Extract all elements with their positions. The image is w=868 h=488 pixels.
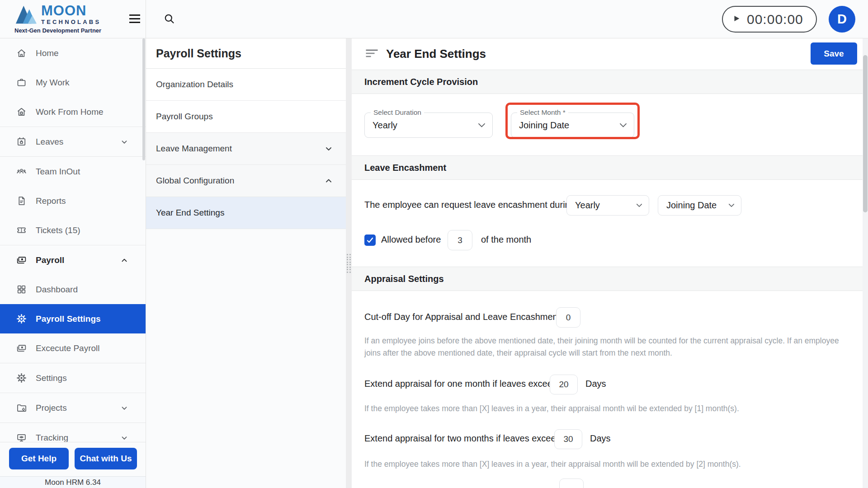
panel-item-global-configuration[interactable]: Global Configuration bbox=[146, 165, 346, 197]
logo-subtitle: TECHNOLABS bbox=[41, 19, 101, 25]
chevron-down-icon bbox=[119, 403, 129, 413]
extend-one-input[interactable] bbox=[550, 375, 578, 394]
sidebar-item-home[interactable]: Home bbox=[0, 38, 146, 68]
sidebar-item-tickets[interactable]: Tickets (15) bbox=[0, 216, 146, 245]
cutoff-help-text: If an employee joins before the above me… bbox=[364, 335, 850, 359]
cutoff-day-input[interactable] bbox=[556, 307, 580, 328]
encashment-request-label: The employee can request leave encashmen… bbox=[364, 200, 575, 210]
panel-resizer bbox=[346, 38, 352, 488]
sidebar-item-payroll[interactable]: Payroll bbox=[0, 245, 146, 275]
sidebar-item-label: Excecute Payroll bbox=[36, 343, 100, 353]
panel-item-label: Payroll Groups bbox=[156, 112, 213, 122]
partial-input[interactable] bbox=[559, 479, 584, 488]
ticket-icon bbox=[15, 225, 27, 236]
chevron-up-icon bbox=[323, 175, 334, 186]
chevron-down-icon bbox=[323, 143, 334, 154]
cash-icon bbox=[15, 254, 27, 266]
sidebar-item-work-from-home[interactable]: Work From Home bbox=[0, 97, 146, 127]
allowed-before-input[interactable] bbox=[448, 230, 472, 250]
sidebar-item-label: My Work bbox=[36, 78, 70, 88]
chevron-down-icon bbox=[478, 123, 486, 128]
select-month-value: Joining Date bbox=[519, 120, 569, 131]
select-duration-label: Select Duration bbox=[371, 108, 424, 117]
sidebar-item-label: Tracking bbox=[36, 433, 68, 443]
chevron-down-icon bbox=[119, 433, 129, 443]
payroll-settings-panel: Payroll Settings Organization Details Pa… bbox=[146, 38, 346, 488]
encashment-date-dropdown[interactable]: Joining Date bbox=[658, 195, 741, 216]
extend-two-label: Extend appraisal for two months if leave… bbox=[364, 433, 561, 444]
sidebar-item-dashboard[interactable]: Dashboard bbox=[0, 275, 146, 304]
encashment-period-value: Yearly bbox=[575, 200, 600, 211]
panel-item-year-end-settings[interactable]: Year End Settings bbox=[146, 197, 346, 229]
sidebar-item-leaves[interactable]: Leaves bbox=[0, 127, 146, 156]
resizer-drag-handle[interactable] bbox=[347, 254, 351, 273]
sidebar-item-label: Tickets (15) bbox=[36, 225, 80, 235]
user-avatar[interactable]: D bbox=[829, 6, 855, 33]
sidebar-item-label: Dashboard bbox=[36, 285, 78, 295]
extend-two-input[interactable] bbox=[554, 429, 582, 449]
sidebar-item-payroll-settings[interactable]: Payroll Settings bbox=[0, 304, 146, 333]
sidebar-item-label: Payroll bbox=[36, 255, 64, 265]
main-scrollbar-track[interactable] bbox=[863, 38, 868, 488]
folder-gear-icon bbox=[15, 402, 27, 414]
sidebar-item-reports[interactable]: Reports bbox=[0, 186, 146, 216]
panel-item-label: Leave Management bbox=[156, 144, 232, 154]
checkmark-icon bbox=[366, 237, 374, 244]
sidebar-item-label: Reports bbox=[36, 196, 66, 206]
sidebar-item-team-inout[interactable]: Team InOut bbox=[0, 157, 146, 186]
cash-icon bbox=[15, 343, 27, 354]
cutoff-day-label: Cut-off Day for Appraisal and Leave Enca… bbox=[364, 312, 560, 322]
extend-one-label: Extend appraisal for one month if leaves… bbox=[364, 379, 557, 389]
top-bar: MOON TECHNOLABS Next-Gen Development Par… bbox=[0, 0, 868, 38]
extend-two-help-text: If the employee takes more than [X] leav… bbox=[364, 458, 741, 470]
select-month-label: Select Month * bbox=[517, 108, 568, 117]
save-button[interactable]: Save bbox=[811, 42, 857, 65]
select-duration-dropdown[interactable]: Select Duration Yearly bbox=[364, 113, 493, 138]
people-icon bbox=[15, 166, 27, 178]
section-header-leave-encashment: Leave Encashment bbox=[352, 155, 863, 180]
logo-mountains-icon bbox=[15, 4, 38, 27]
allowed-before-checkbox[interactable] bbox=[364, 235, 376, 246]
panel-item-label: Global Configuration bbox=[156, 176, 234, 186]
hamburger-menu-icon[interactable] bbox=[128, 13, 141, 27]
sidebar-item-label: Team InOut bbox=[36, 167, 80, 177]
panel-item-label: Year End Settings bbox=[156, 208, 224, 218]
select-duration-value: Yearly bbox=[373, 120, 397, 131]
allowed-before-label: Allowed before bbox=[381, 235, 441, 245]
sidebar-item-projects[interactable]: Projects bbox=[0, 393, 146, 422]
chevron-down-icon bbox=[619, 123, 627, 128]
chevron-down-icon bbox=[636, 203, 642, 207]
calendar-bag-icon bbox=[15, 136, 27, 148]
panel-item-leave-management[interactable]: Leave Management bbox=[146, 133, 346, 165]
panel-item-payroll-groups[interactable]: Payroll Groups bbox=[146, 101, 346, 133]
select-month-dropdown[interactable]: Select Month * Joining Date bbox=[511, 113, 634, 138]
logo-block: MOON TECHNOLABS Next-Gen Development Par… bbox=[0, 0, 146, 38]
dashboard-icon bbox=[15, 284, 27, 296]
home-icon bbox=[15, 47, 27, 59]
sidebar-scrollbar[interactable] bbox=[142, 38, 145, 160]
panel-item-organization-details[interactable]: Organization Details bbox=[146, 69, 346, 101]
briefcase-icon bbox=[15, 77, 27, 89]
encashment-period-dropdown[interactable]: Yearly bbox=[566, 195, 649, 216]
sidebar-item-excecute-payroll[interactable]: Excecute Payroll bbox=[0, 333, 146, 363]
sidebar-nav: Home My Work Work From Home bbox=[0, 38, 146, 488]
sidebar-item-label: Home bbox=[36, 48, 59, 58]
play-icon[interactable] bbox=[732, 14, 741, 25]
timer-widget[interactable]: 00:00:00 bbox=[722, 6, 817, 33]
get-help-button[interactable]: Get Help bbox=[9, 448, 69, 469]
home-office-icon bbox=[15, 106, 27, 118]
extend-one-unit: Days bbox=[585, 379, 606, 389]
sidebar-item-my-work[interactable]: My Work bbox=[0, 68, 146, 97]
chat-with-us-button[interactable]: Chat with Us bbox=[75, 448, 137, 469]
app-version-label: Moon HRM 6.34 bbox=[0, 476, 146, 488]
sidebar-item-settings[interactable]: Settings bbox=[0, 363, 146, 393]
sidebar-item-label: Settings bbox=[36, 373, 67, 383]
gear-icon bbox=[15, 372, 27, 384]
gear-icon bbox=[15, 313, 27, 325]
extend-two-unit: Days bbox=[590, 433, 611, 444]
panel-title: Payroll Settings bbox=[146, 38, 346, 69]
encashment-date-value: Joining Date bbox=[666, 200, 717, 211]
logo-title: MOON bbox=[41, 4, 101, 18]
main-scrollbar-thumb[interactable] bbox=[863, 55, 868, 212]
search-icon[interactable] bbox=[163, 13, 175, 27]
